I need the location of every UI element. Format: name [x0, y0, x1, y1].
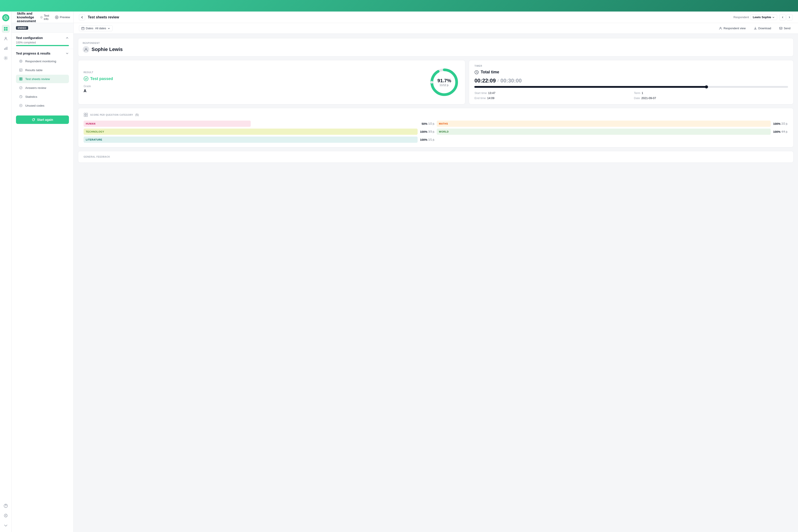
preview-button[interactable]: Preview — [55, 16, 70, 19]
start-again-button[interactable]: Start again — [16, 115, 69, 124]
nav-expand[interactable] — [2, 521, 10, 529]
next-button[interactable] — [786, 14, 793, 20]
clock-icon — [474, 70, 479, 75]
sidebar-item-answers-review[interactable]: Answers review — [16, 83, 69, 92]
nav-back[interactable] — [2, 512, 10, 519]
score-right-literature: 100% 1/1 p. — [419, 138, 435, 141]
answers-review-icon — [19, 86, 23, 90]
sidebar-item-respondent-monitoring[interactable]: Respondent monitoring — [16, 57, 69, 65]
respondent-view-icon — [719, 26, 722, 30]
progress-bar — [16, 45, 69, 46]
svg-point-9 — [5, 58, 6, 59]
svg-rect-4 — [6, 29, 7, 31]
sidebar-item-statistics[interactable]: Statistics — [16, 92, 69, 101]
svg-rect-35 — [779, 27, 782, 29]
timer-info-grid: Start time 13:47 Term 1 End time 14:09 — [474, 91, 788, 100]
respondent-name: Sophie Lewis — [92, 46, 123, 52]
app-logo[interactable] — [2, 14, 9, 21]
test-passed-badge: Test passed — [83, 76, 422, 81]
svg-rect-8 — [7, 47, 7, 50]
respondent-monitoring-label: Respondent monitoring — [25, 60, 56, 63]
svg-point-11 — [5, 507, 6, 507]
timer-title-row: Total time — [474, 70, 788, 75]
score-right-human: 50% 1/2 p. — [419, 122, 435, 126]
action-bar: Dates All dates Respondent view — [74, 23, 798, 34]
score-row-literature: LITERATURE 100% 1/1 p. — [83, 136, 435, 143]
time-progress-bar — [474, 86, 788, 88]
sidebar-item-results-table[interactable]: Results table — [16, 66, 69, 74]
refresh-icon — [32, 118, 35, 121]
page-header: Skills and knowledge assessment Test inf… — [12, 12, 73, 23]
respondent-avatar — [83, 46, 89, 53]
unused-codes-icon — [19, 103, 23, 108]
score-right-maths: 100% 2/2 p. — [773, 122, 788, 126]
result-timer-row: RESULT Test passed Grade A — [78, 60, 794, 104]
date-filter[interactable]: Dates All dates — [79, 25, 113, 31]
nav-dashboard[interactable] — [2, 25, 10, 33]
icon-navigation — [0, 12, 12, 532]
download-button[interactable]: Download — [752, 25, 773, 31]
sidebar-status: ENDED — [12, 23, 73, 33]
test-sheets-review-label: Test sheets review — [25, 77, 50, 81]
back-button[interactable] — [79, 14, 85, 20]
svg-rect-28 — [21, 79, 22, 80]
statistics-icon — [19, 94, 23, 99]
test-progress-toggle[interactable]: Test progress & results — [16, 52, 69, 55]
score-card: SCORE PER QUESTION CATEGORY (5) HUMAN — [78, 108, 794, 147]
results-table-icon — [19, 68, 23, 72]
score-right-world: 100% 4/4 p. — [773, 130, 788, 133]
send-icon — [779, 26, 782, 30]
svg-rect-6 — [4, 48, 5, 50]
top-gradient-bar — [0, 0, 798, 12]
respondent-name-row: Sophie Lewis — [83, 46, 789, 53]
nav-stats[interactable] — [2, 44, 10, 52]
svg-rect-26 — [21, 78, 22, 79]
svg-rect-45 — [86, 115, 88, 117]
dropdown-chevron-icon — [772, 16, 775, 19]
test-progress-section: Test progress & results Respondent monit… — [12, 49, 73, 113]
svg-rect-7 — [5, 48, 6, 50]
score-row-human: HUMAN 50% 1/2 p. — [83, 120, 435, 127]
nav-help[interactable] — [2, 502, 10, 510]
send-button[interactable]: Send — [777, 25, 793, 31]
scroll-area: RESPONDENT Sophie Lewis — [74, 34, 798, 532]
sidebar-item-unused-codes[interactable]: Unused codes — [16, 101, 69, 110]
score-row-technology: TECHNOLOGY 100% 3/3 p. — [83, 129, 435, 135]
svg-point-5 — [5, 37, 6, 39]
test-info-button[interactable]: Test info — [40, 14, 51, 21]
prev-button[interactable] — [779, 14, 785, 20]
nav-settings[interactable] — [2, 54, 10, 62]
svg-point-20 — [20, 61, 21, 62]
progress-fill — [16, 45, 69, 46]
test-configuration-toggle[interactable]: Test configuration — [16, 36, 69, 40]
score-row-maths: MATHS 100% 2/2 p. — [437, 120, 788, 127]
svg-rect-25 — [19, 78, 21, 79]
svg-rect-2 — [6, 27, 7, 28]
nav-users[interactable] — [2, 35, 10, 42]
svg-point-19 — [19, 60, 22, 62]
end-time-item: End time 14:09 — [474, 96, 628, 100]
sidebar-item-test-sheets-review[interactable]: Test sheets review — [16, 75, 69, 83]
general-feedback-card: GENERAL FEEDBACK — [78, 151, 794, 163]
score-grid: HUMAN 50% 1/2 p. MATHS — [83, 120, 788, 143]
calendar-icon — [81, 27, 84, 30]
action-buttons: Respondent view Download — [717, 25, 793, 31]
respondent-dropdown[interactable]: Lewis Sophie — [750, 14, 777, 20]
svg-point-0 — [4, 16, 7, 19]
status-badge: ENDED — [16, 26, 28, 30]
download-icon — [754, 26, 757, 30]
chevron-icon — [65, 52, 69, 55]
score-donut-chart: 91.7% 11/12 p. — [429, 67, 460, 98]
score-right-technology: 100% 3/3 p. — [419, 130, 435, 133]
respondent-view-button[interactable]: Respondent view — [717, 25, 748, 31]
svg-rect-42 — [84, 113, 86, 115]
test-configuration-section: Test configuration 100% completed — [12, 33, 73, 49]
svg-point-37 — [84, 76, 88, 81]
svg-point-16 — [57, 17, 57, 18]
answers-review-label: Answers review — [25, 86, 46, 90]
statistics-label: Statistics — [25, 95, 37, 98]
term-item: Term 1 — [634, 91, 788, 95]
result-left: RESULT Test passed Grade A — [83, 71, 422, 93]
svg-rect-33 — [81, 27, 84, 30]
result-card: RESULT Test passed Grade A — [78, 60, 465, 104]
